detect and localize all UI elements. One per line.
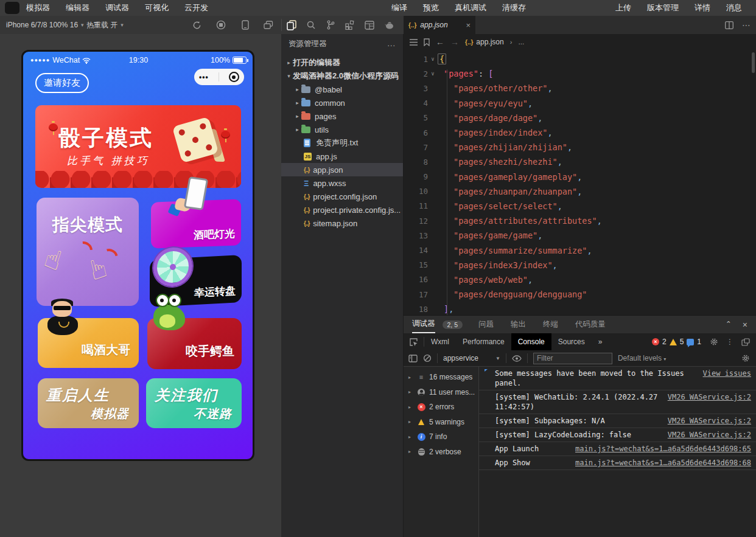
split-editor-icon[interactable] <box>725 21 733 29</box>
forward-icon[interactable]: → <box>450 37 459 47</box>
console-filter-item[interactable]: ▸5 warnings <box>404 415 478 430</box>
devtools-tab-wxml[interactable]: Wxml <box>424 333 456 350</box>
code-line[interactable]: 13"pages/game/game", <box>404 228 756 243</box>
tree-item[interactable]: JSapp.js <box>281 150 403 163</box>
menu-clear-cache[interactable]: 清缓存 <box>494 2 534 13</box>
refresh-icon[interactable] <box>191 19 202 30</box>
menu-upload[interactable]: 上传 <box>607 2 639 13</box>
invite-friends-button[interactable]: 邀请好友 <box>35 73 89 93</box>
filter-input[interactable]: Filter <box>533 353 612 364</box>
code-line[interactable]: 11"pages/select/select", <box>404 199 756 213</box>
tree-arrow-icon[interactable]: ▾ <box>285 73 293 79</box>
console-sidebar-toggle-icon[interactable] <box>408 355 418 362</box>
undock-icon[interactable] <box>741 338 750 346</box>
back-icon[interactable]: ← <box>436 37 444 47</box>
tree-item[interactable]: Ξapp.wxss <box>281 176 403 190</box>
menu-details[interactable]: 详情 <box>687 2 718 13</box>
card-fingertip-mode[interactable]: 指尖模式 ☝ ☝ <box>37 198 139 306</box>
warning-count[interactable]: 5 <box>680 338 684 346</box>
code-line[interactable]: 1∨{ <box>404 52 756 66</box>
collapse-panel-icon[interactable]: ⌃ <box>726 320 732 330</box>
source-link[interactable]: VM26 WAService.js:2 <box>668 416 751 426</box>
expand-arrow-icon[interactable]: ▸ <box>408 389 413 395</box>
console-message[interactable]: VM26 WAService.js:2[system] Subpackages:… <box>479 414 756 428</box>
code-line[interactable]: 16"pages/web/web", <box>404 272 756 287</box>
code-line[interactable]: 3"pages/other/other", <box>404 81 756 95</box>
tab-close-icon[interactable]: × <box>466 21 471 30</box>
git-branch-icon[interactable] <box>325 19 336 30</box>
code-line[interactable]: 12"pages/attributes/attributes", <box>404 213 756 228</box>
capsule-close-icon[interactable] <box>229 72 239 82</box>
expand-arrow-icon[interactable]: ▸ <box>408 404 413 410</box>
expand-arrow-icon[interactable]: ▸ <box>408 419 413 424</box>
console-message[interactable]: VM26 WAService.js:2[system] WeChatLib: 2… <box>479 390 756 414</box>
source-link[interactable]: VM26 WAService.js:2 <box>668 392 751 402</box>
record-stop-icon[interactable] <box>215 19 226 30</box>
console-message[interactable]: View issuesSome messages have been moved… <box>479 367 756 390</box>
console-settings-icon[interactable] <box>741 354 750 362</box>
code-line[interactable]: 9"pages/gameplay/gameplay", <box>404 170 756 184</box>
code-line[interactable]: 14"pages/summarize/summarize", <box>404 243 756 257</box>
capsule-more-icon[interactable]: ••• <box>199 73 209 81</box>
card-drinking-bro[interactable]: 喝酒大哥 <box>38 318 139 368</box>
tab-app-json[interactable]: {..} app.json × <box>404 16 475 34</box>
source-link[interactable]: main.js?t=wechat&s=1…a6a5d6de6443d698:65 <box>575 444 751 454</box>
code-line[interactable]: 15"pages/index3/index", <box>404 258 756 272</box>
expand-arrow-icon[interactable]: ▸ <box>408 434 413 440</box>
tree-arrow-icon[interactable]: ▸ <box>293 100 301 106</box>
tree-item[interactable]: ▾发喝酒神器2.0微信小程序源码 <box>281 69 403 83</box>
assistant-teapot-icon[interactable] <box>383 19 394 30</box>
outline-icon[interactable] <box>410 39 418 46</box>
devtools-tab-sources[interactable]: Sources <box>551 333 592 350</box>
tab-output[interactable]: 输出 <box>503 319 533 330</box>
code-line[interactable]: 7"pages/zhijian/zhijian", <box>404 140 756 154</box>
code-line[interactable]: 17"pages/dengguang/dengguang" <box>404 287 756 302</box>
console-filter-item[interactable]: ▸≡16 messages <box>404 370 478 385</box>
devtools-settings-icon[interactable] <box>710 338 718 346</box>
tab-debugger[interactable]: 调试器 <box>412 316 435 333</box>
close-panel-icon[interactable]: × <box>743 320 747 330</box>
layout-icon[interactable] <box>364 19 375 30</box>
card-restart-life[interactable]: 重启人生 模拟器 <box>38 378 139 428</box>
hot-reload-toggle[interactable]: 热重载 开▾ <box>86 16 124 34</box>
tree-arrow-icon[interactable]: ▸ <box>293 86 301 92</box>
console-filter-item[interactable]: ▸11 user mes... <box>404 385 478 400</box>
explorer-files-icon[interactable] <box>286 19 297 30</box>
code-line[interactable]: 4"pages/eyu/eyu", <box>404 96 756 111</box>
console-filter-item[interactable]: ▸×2 errors <box>404 400 478 415</box>
breadcrumb-file[interactable]: {..} app.json <box>465 38 504 46</box>
code-area[interactable]: 1∨{2∨"pages": [3"pages/other/other",4"pa… <box>404 50 756 315</box>
tree-item[interactable]: ▸utils <box>281 123 403 136</box>
tab-code-quality[interactable]: 代码质量 <box>568 319 613 330</box>
menu-compile[interactable]: 编译 <box>383 2 415 13</box>
console-context-select[interactable]: appservice ▼ <box>443 354 500 362</box>
console-message[interactable]: main.js?t=wechat&s=1…a6a5d6de6443d698:65… <box>479 442 756 456</box>
tree-item[interactable]: {..}app.json <box>281 163 403 176</box>
error-count[interactable]: 2 <box>662 338 667 346</box>
devtools-tab-performance[interactable]: Performance <box>456 333 511 350</box>
search-icon[interactable] <box>306 19 317 30</box>
code-line[interactable]: 2∨"pages": [ <box>404 66 756 81</box>
menu-debugger[interactable]: 调试器 <box>97 2 137 13</box>
menu-simulator[interactable]: 模拟器 <box>18 2 58 13</box>
multi-window-icon[interactable] <box>263 19 274 30</box>
devtools-menu-icon[interactable]: ⋮ <box>726 338 733 346</box>
device-frame-icon[interactable] <box>240 19 251 30</box>
console-filter-item[interactable]: ▸i7 info <box>404 429 478 445</box>
tree-item[interactable]: ▸打开的编辑器 <box>281 56 403 69</box>
menu-cloud[interactable]: 云开发 <box>177 2 216 13</box>
tree-item[interactable]: ▸pages <box>281 109 403 123</box>
tree-item[interactable]: {..}project.config.json <box>281 190 403 203</box>
expand-arrow-icon[interactable]: ▸ <box>408 375 413 380</box>
source-link[interactable]: VM26 WAService.js:2 <box>668 430 751 440</box>
tree-item[interactable]: {..}project.private.config.js... <box>281 203 403 217</box>
code-line[interactable]: 5"pages/dage/dage", <box>404 111 756 125</box>
message-count[interactable]: 1 <box>697 338 701 346</box>
tree-arrow-icon[interactable]: ▸ <box>293 126 301 133</box>
tree-item[interactable]: 免责声明.txt <box>281 136 403 150</box>
card-biting-crocodile[interactable]: 咬手鳄鱼 <box>147 318 242 369</box>
tab-terminal[interactable]: 终端 <box>536 319 565 330</box>
tab-problems[interactable]: 问题 <box>471 319 501 330</box>
card-bar-light[interactable]: 酒吧灯光 <box>151 199 241 248</box>
tree-item[interactable]: ▸common <box>281 96 403 109</box>
